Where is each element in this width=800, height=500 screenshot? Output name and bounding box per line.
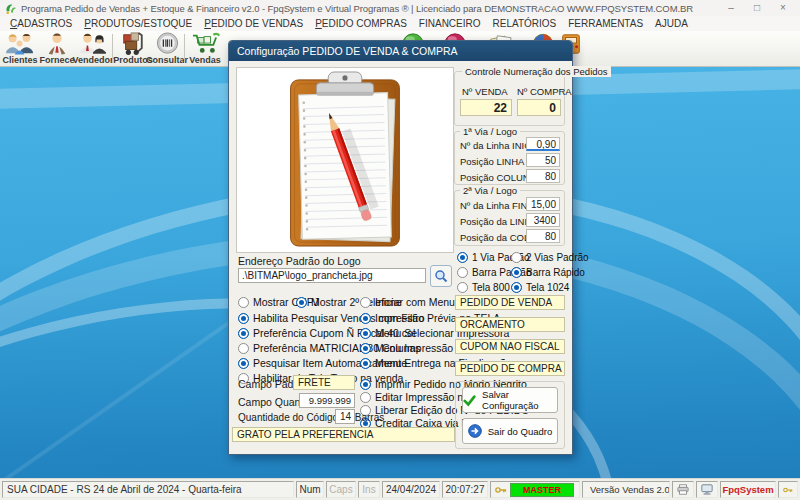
exit-arrow-icon — [468, 424, 482, 438]
minimize-button[interactable]: – — [718, 0, 744, 16]
version-label: Versão Vendas 2.0 — [590, 484, 670, 495]
monitor-icon — [701, 483, 713, 496]
status-location: SUA CIDADE - RS 24 de Abril de 2024 - Qu… — [2, 481, 294, 498]
toolbar-label: Clientes — [2, 55, 37, 65]
option-tela-800[interactable]: Tela 800 — [457, 281, 510, 293]
cart-icon — [188, 32, 222, 56]
radio-icon — [238, 328, 249, 339]
doc-type-cupom-nao-fiscal[interactable]: CUPOM NAO FISCAL — [455, 339, 565, 354]
menu-produtos-estoque[interactable]: PRODUTOS/ESTOQUE — [79, 18, 197, 29]
menubar: CADASTROS PRODUTOS/ESTOQUE PEDIDO DE VEN… — [0, 16, 800, 31]
toolbar-vendas-button[interactable]: Vendas — [186, 32, 224, 65]
doc-type-orcamento[interactable]: ORCAMENTO — [455, 317, 565, 332]
key-icon — [495, 485, 507, 495]
window-title: Programa Pedido de Vendas + Estoque & Fi… — [21, 3, 693, 14]
brand-label: FpqSystem — [722, 484, 773, 495]
toolbar-separator — [184, 34, 185, 63]
via2-group-title: 2ª Via / Logo — [460, 185, 520, 196]
via2-posicao-coluna-input[interactable]: 80 — [526, 229, 560, 243]
option-2-vias-padrao[interactable]: 2 Vias Padrão — [511, 251, 589, 263]
footer-message-field[interactable]: GRATO PELA PREFERENCIA — [232, 427, 455, 442]
radio-icon — [360, 392, 371, 403]
app-logo-icon — [4, 2, 17, 15]
toolbar-label: Vendas — [189, 55, 221, 65]
numbering-group-title: Controle Numeração dos Pedidos — [462, 66, 611, 77]
status-insert: Ins — [358, 481, 380, 498]
menu-cadastros[interactable]: CADASTROS — [5, 18, 77, 29]
num-compra-input[interactable]: 0 — [517, 99, 561, 116]
status-date: 24/04/2024 — [382, 481, 440, 498]
toolbar-fornecedor-button[interactable]: Fornece — [38, 32, 76, 65]
qtd-codigo-barras-label: Quantidade do Código de Barras — [238, 412, 384, 423]
via1-group-title: 1ª Via / Logo — [460, 126, 520, 137]
status-numlock: Num — [296, 481, 324, 498]
seller-icon — [77, 32, 109, 56]
exit-button[interactable]: Sair do Quadro — [462, 418, 558, 444]
campo-padrao-input[interactable]: FRETE — [293, 375, 355, 390]
status-monitor[interactable] — [696, 481, 718, 498]
radio-icon — [511, 267, 522, 278]
check-icon — [463, 394, 476, 407]
via1-posicao-linha-input[interactable]: 50 — [526, 153, 560, 167]
toolbar-vendedor-button[interactable]: Vendedor — [74, 32, 112, 65]
dialog-titlebar[interactable]: Configuração PEDIDO DE VENDA & COMPRA — [229, 41, 572, 61]
statusbar: SUA CIDADE - RS 24 de Abril de 2024 - Qu… — [0, 478, 800, 500]
radio-icon — [296, 297, 307, 308]
close-button[interactable]: × — [770, 0, 796, 16]
date-label: 24/04/2024 — [386, 484, 436, 495]
logo-preview-box — [236, 67, 454, 253]
browse-logo-button[interactable] — [430, 265, 452, 287]
option-tela-1024[interactable]: Tela 1024 — [511, 281, 569, 293]
radio-icon — [360, 297, 371, 308]
supplier-icon — [44, 32, 70, 56]
num-compra-label: Nº COMPRA — [517, 86, 572, 97]
products-icon — [118, 32, 148, 56]
clipboard-pencil-image — [270, 70, 420, 250]
key-icon — [783, 485, 793, 495]
via1-linha-inicial-input[interactable]: 0,90 — [526, 137, 560, 151]
save-configuration-button[interactable]: Salvar Configuração — [462, 387, 558, 413]
numlock-label: Num — [299, 484, 320, 495]
radio-icon — [238, 343, 249, 354]
menu-ferramentas[interactable]: FERRAMENTAS — [563, 18, 648, 29]
option-barra-rapido[interactable]: Barra Rápido — [511, 266, 585, 278]
menu-ajuda[interactable]: AJUDA — [650, 18, 693, 29]
option-label: 2 Vias Padrão — [526, 252, 589, 263]
master-badge: MASTER — [510, 483, 574, 497]
num-venda-label: Nº VENDA — [462, 86, 508, 97]
search-icon — [434, 269, 448, 283]
toolbar-consultar-button[interactable]: Consultar — [148, 32, 186, 65]
maximize-button[interactable]: □ — [744, 0, 770, 16]
status-capslock: Caps — [326, 481, 356, 498]
radio-icon — [238, 358, 249, 369]
num-venda-input[interactable]: 22 — [460, 99, 512, 116]
via2-posicao-linha-input[interactable]: 3400 — [526, 213, 560, 227]
status-version: Versão Vendas 2.0 — [582, 481, 670, 498]
via1-row-label: Posição LINHA — [460, 156, 524, 167]
logo-path-input[interactable]: .\BITMAP\logo_prancheta.jpg — [238, 268, 426, 283]
menu-relatorios[interactable]: RELATÓRIOS — [488, 18, 562, 29]
save-button-label: Salvar Configuração — [482, 389, 557, 411]
radio-icon — [457, 252, 468, 263]
menu-financeiro[interactable]: FINANCEIRO — [414, 18, 486, 29]
doc-type-pedido-venda[interactable]: PEDIDO DE VENDA — [455, 295, 565, 310]
radio-icon — [238, 313, 249, 324]
radio-icon — [457, 267, 468, 278]
printer-icon — [677, 483, 689, 496]
menu-pedido-de-vendas[interactable]: PEDIDO DE VENDAS — [199, 18, 308, 29]
configuration-dialog: Configuração PEDIDO DE VENDA & COMPRA — [228, 40, 573, 455]
qtd-codigo-barras-input[interactable]: 14 — [335, 409, 355, 424]
campo-quantidade-input[interactable]: 9.999.999 — [299, 393, 355, 408]
status-key[interactable] — [778, 481, 798, 498]
via1-posicao-coluna-input[interactable]: 80 — [526, 169, 560, 183]
option-label: Tela 1024 — [526, 282, 569, 293]
via2-linha-final-input[interactable]: 15,00 — [526, 197, 560, 211]
time-label: 20:07:27 — [446, 484, 485, 495]
window-titlebar: Programa Pedido de Vendas + Estoque & Fi… — [0, 0, 800, 16]
radio-icon — [360, 358, 371, 369]
toolbar-clientes-button[interactable]: Clientes — [1, 32, 39, 65]
menu-pedido-compras[interactable]: PEDIDO COMPRAS — [310, 18, 412, 29]
status-printer[interactable] — [672, 481, 694, 498]
radio-icon — [511, 282, 522, 293]
doc-type-pedido-compra[interactable]: PEDIDO DE COMPRA — [455, 361, 565, 376]
